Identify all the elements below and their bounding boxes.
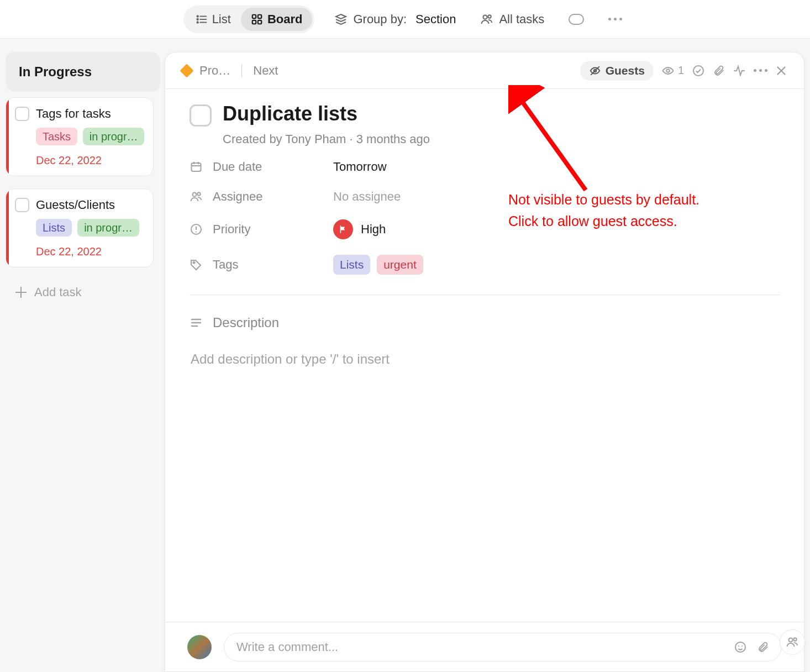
all-tasks-button[interactable]: All tasks xyxy=(476,9,549,30)
annotation-text: Not visible to guests by default. Click … xyxy=(508,189,699,232)
comment-bar: Write a comment... xyxy=(165,622,804,671)
project-icon xyxy=(180,64,193,77)
task-title[interactable]: Duplicate lists xyxy=(223,102,357,125)
card-tags: Lists in progr… xyxy=(36,219,144,237)
tag[interactable]: Lists xyxy=(36,219,72,237)
close-button[interactable] xyxy=(775,65,787,77)
stack-icon xyxy=(334,13,348,26)
panel-body: Duplicate lists Created by Tony Pham · 3… xyxy=(165,89,804,622)
add-task-button[interactable]: Add task xyxy=(6,280,154,305)
task-checkbox[interactable] xyxy=(190,104,212,127)
card-title: Guests/Clients xyxy=(36,198,115,212)
comment-placeholder: Write a comment... xyxy=(236,640,338,654)
panel-more-button[interactable] xyxy=(754,69,767,72)
tag[interactable]: in progr… xyxy=(83,128,144,145)
more-button[interactable] xyxy=(604,14,627,24)
avatar[interactable] xyxy=(187,635,212,659)
svg-rect-18 xyxy=(192,163,201,171)
tags-value[interactable]: Lists urgent xyxy=(333,255,780,275)
watchers-button[interactable]: 1 xyxy=(661,64,684,77)
toggle-button[interactable] xyxy=(564,11,588,28)
complete-button[interactable] xyxy=(692,64,705,77)
flag-icon xyxy=(333,219,353,239)
task-panel: Pro… Next Guests 1 xyxy=(165,52,804,672)
svg-point-34 xyxy=(789,638,793,642)
eye-off-icon xyxy=(589,65,601,77)
svg-point-35 xyxy=(793,638,796,641)
svg-point-4 xyxy=(197,18,198,19)
group-by-label: Group by: xyxy=(353,12,407,27)
column-header[interactable]: In Progress xyxy=(6,52,160,92)
svg-rect-9 xyxy=(258,20,261,23)
svg-point-26 xyxy=(196,232,197,233)
svg-point-3 xyxy=(197,15,198,17)
list-icon xyxy=(196,13,208,25)
card-date: Dec 22, 2022 xyxy=(36,245,144,258)
paragraph-icon xyxy=(190,316,203,329)
view-list-label: List xyxy=(212,12,231,27)
tag[interactable]: Lists xyxy=(333,255,370,275)
more-icon xyxy=(608,18,622,20)
plus-icon xyxy=(15,287,27,298)
guests-label: Guests xyxy=(606,64,645,77)
more-icon xyxy=(754,69,767,72)
activity-button[interactable] xyxy=(733,64,746,77)
svg-point-15 xyxy=(693,66,703,76)
svg-rect-8 xyxy=(253,20,256,23)
view-list[interactable]: List xyxy=(186,8,241,31)
tag-icon xyxy=(190,258,203,271)
board-icon xyxy=(251,13,263,25)
assignee-label: Assignee xyxy=(190,190,333,204)
card-checkbox[interactable] xyxy=(15,198,29,212)
svg-point-33 xyxy=(741,645,743,647)
divider xyxy=(190,295,780,295)
svg-point-22 xyxy=(193,193,197,197)
svg-point-31 xyxy=(735,642,745,652)
calendar-icon xyxy=(190,160,203,174)
breadcrumb-project[interactable]: Pro… xyxy=(199,64,230,78)
svg-point-10 xyxy=(483,15,487,19)
share-fab[interactable] xyxy=(780,629,805,655)
attachment-button[interactable] xyxy=(713,65,725,77)
svg-rect-7 xyxy=(258,14,261,18)
svg-point-23 xyxy=(197,192,200,195)
priority-label: Priority xyxy=(190,222,333,237)
due-date-label: Due date xyxy=(190,160,333,174)
top-toolbar: List Board Group by: Section All tasks xyxy=(0,0,810,39)
task-subtitle: Created by Tony Pham · 3 months ago xyxy=(223,132,780,146)
card-date: Dec 22, 2022 xyxy=(36,154,144,167)
card-checkbox[interactable] xyxy=(15,107,29,121)
svg-point-32 xyxy=(738,645,739,647)
task-card[interactable]: Tags for tasks Tasks in progr… Dec 22, 2… xyxy=(6,97,154,176)
people-icon xyxy=(480,13,493,26)
tag[interactable]: in progr… xyxy=(77,219,139,237)
tag[interactable]: urgent xyxy=(377,255,423,275)
svg-point-27 xyxy=(193,261,194,263)
priority-icon xyxy=(190,223,203,236)
svg-point-14 xyxy=(666,69,670,72)
card-stack: Tags for tasks Tasks in progr… Dec 22, 2… xyxy=(0,92,159,305)
attachment-icon[interactable] xyxy=(757,641,769,654)
description-label: Description xyxy=(190,315,780,330)
guests-toggle[interactable]: Guests xyxy=(580,61,654,81)
svg-point-5 xyxy=(197,22,198,23)
toggle-icon xyxy=(569,14,584,25)
tag[interactable]: Tasks xyxy=(36,128,77,145)
group-by-button[interactable]: Group by: Section xyxy=(330,9,460,30)
breadcrumb-next[interactable]: Next xyxy=(253,64,278,78)
group-by-value: Section xyxy=(415,12,456,27)
due-date-value[interactable]: Tomorrow xyxy=(333,160,780,174)
panel-header: Pro… Next Guests 1 xyxy=(165,53,804,89)
breadcrumb-divider xyxy=(241,64,242,77)
description-field[interactable]: Add description or type '/' to insert xyxy=(191,351,780,367)
svg-point-11 xyxy=(488,15,491,18)
view-board[interactable]: Board xyxy=(241,8,313,31)
svg-rect-6 xyxy=(253,14,256,18)
task-card[interactable]: Guests/Clients Lists in progr… Dec 22, 2… xyxy=(6,188,154,267)
tags-label: Tags xyxy=(190,258,333,272)
card-tags: Tasks in progr… xyxy=(36,128,144,145)
comment-input[interactable]: Write a comment... xyxy=(224,633,782,662)
add-task-label: Add task xyxy=(34,285,82,300)
breadcrumb: Pro… Next xyxy=(182,64,278,78)
emoji-icon[interactable] xyxy=(734,641,747,654)
